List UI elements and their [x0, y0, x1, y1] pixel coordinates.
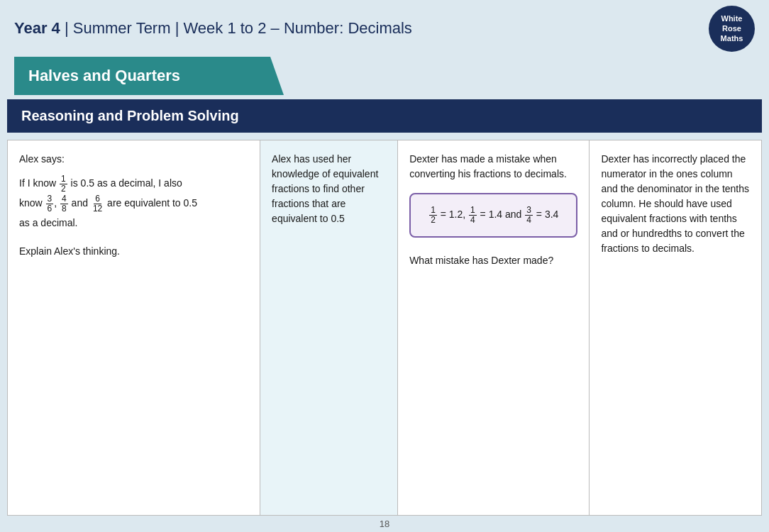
year-label: Year 4 [14, 19, 60, 37]
eq3: 3 4 = 3.4 [524, 209, 558, 220]
lesson-title-banner: Halves and Quarters [14, 57, 284, 95]
dexter-frac2: 1 4 [469, 206, 477, 225]
page-header: Year 4 | Summer Term | Week 1 to 2 – Num… [0, 0, 769, 57]
eq1: 1 2 = 1.2, [428, 209, 468, 220]
header-main-title: Summer Term | Week 1 to 2 – Number: Deci… [73, 19, 412, 37]
alex-body: If I know 1 2 is 0.5 as a decimal, I als… [19, 174, 248, 233]
alex-answer-text: Alex has used her knowledge of equivalen… [272, 152, 386, 226]
dexter-frac3: 3 4 [525, 206, 533, 225]
fraction-3-6: 3 6 [46, 194, 54, 214]
section-title-row: Halves and Quarters [0, 57, 769, 95]
dexter-problem-col: Dexter has made a mistake when convertin… [398, 140, 590, 515]
dexter-answer-col: Dexter has incorrectly placed the numera… [590, 140, 761, 515]
header-title: Year 4 | Summer Term | Week 1 to 2 – Num… [14, 19, 412, 38]
dexter-intro: Dexter has made a mistake when convertin… [409, 152, 577, 182]
alex-intro: Alex says: [19, 152, 248, 167]
explain-prompt: Explain Alex's thinking. [19, 244, 248, 259]
alex-answer-col: Alex has used her knowledge of equivalen… [260, 140, 398, 515]
lesson-title: Halves and Quarters [28, 67, 270, 85]
header-separator: | [65, 19, 73, 37]
fraction-half: 1 2 [60, 174, 67, 194]
eq2: 1 4 = 1.4 and [468, 209, 524, 220]
fraction-4-8: 4 8 [60, 194, 68, 214]
dexter-equations-box: 1 2 = 1.2, 1 4 = 1.4 and 3 4 = 3.4 [409, 193, 577, 238]
dexter-answer-text: Dexter has incorrectly placed the numera… [601, 152, 750, 256]
page-number: 18 [0, 516, 769, 531]
fraction-6-12: 6 12 [92, 194, 104, 214]
wrm-logo: White Rose Maths [709, 6, 755, 52]
reasoning-banner: Reasoning and Problem Solving [7, 99, 762, 133]
main-content-area: Alex says: If I know 1 2 is 0.5 as a dec… [7, 140, 762, 516]
dexter-question: What mistake has Dexter made? [409, 253, 577, 268]
alex-problem-col: Alex says: If I know 1 2 is 0.5 as a dec… [8, 140, 260, 515]
reasoning-title: Reasoning and Problem Solving [21, 108, 748, 124]
dexter-frac1: 1 2 [429, 206, 437, 225]
